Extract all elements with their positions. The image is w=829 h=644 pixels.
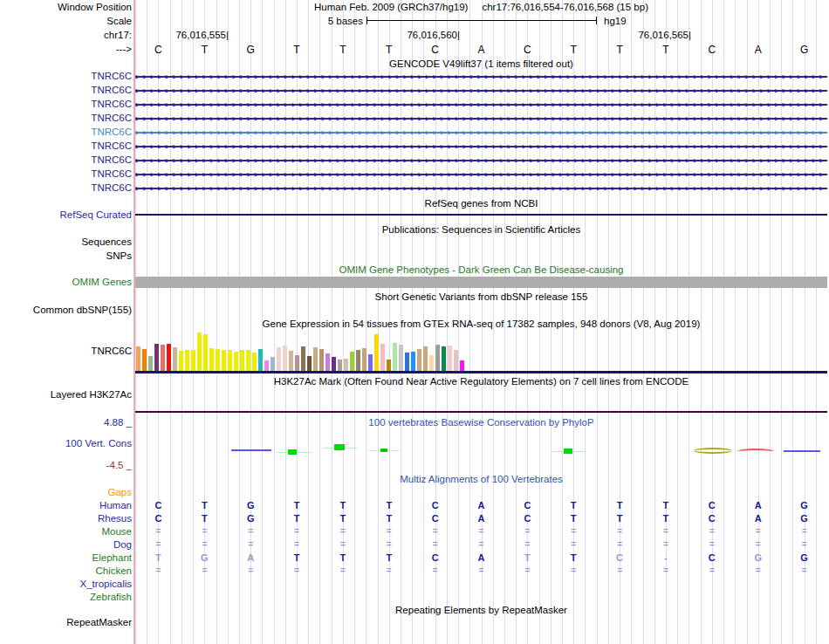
multiz-species-label-dog[interactable]: Dog <box>113 539 132 550</box>
alignment-base: C <box>524 500 531 510</box>
gtex-gene-label[interactable]: TNRC6C <box>91 346 132 356</box>
strand-arrowheads: >>>>>>>>>>>>>>>>>>>>>>>>>>>>>>>>>>>>>>>>… <box>135 170 827 179</box>
gtex-tissue-bar[interactable] <box>380 344 385 371</box>
repeatmasker-track-label[interactable]: RepeatMasker <box>66 617 132 627</box>
multiz-species-label-mouse[interactable]: Mouse <box>101 526 132 537</box>
gtex-tissue-bar[interactable] <box>393 343 397 371</box>
gtex-tissue-bar[interactable] <box>411 352 415 371</box>
gtex-tissue-bar[interactable] <box>185 350 189 371</box>
gtex-tissue-bar[interactable] <box>423 346 428 371</box>
omim-genes-track-label[interactable]: OMIM Genes <box>72 277 132 287</box>
gtex-tissue-bar[interactable] <box>454 350 458 371</box>
gtex-tissue-bar[interactable] <box>460 360 464 371</box>
gtex-tissue-bar[interactable] <box>448 346 452 371</box>
alignment-base: A <box>247 552 254 563</box>
gencode-gene-label[interactable]: TNRC6C <box>91 71 132 81</box>
sequences-track-label[interactable]: Sequences <box>81 236 132 247</box>
gtex-tissue-bar[interactable] <box>387 360 391 371</box>
gencode-gene-line[interactable]: >>>>>>>>>>>>>>>>>>>>>>>>>>>>>>>>>>>>>>>>… <box>135 86 827 95</box>
gtex-tissue-bar[interactable] <box>203 334 208 371</box>
gtex-tissue-bar[interactable] <box>161 345 165 371</box>
gtex-tissue-bar[interactable] <box>283 346 287 371</box>
gencode-gene-label[interactable]: TNRC6C <box>91 154 132 165</box>
gtex-tissue-bar[interactable] <box>399 345 403 371</box>
gtex-tissue-bar[interactable] <box>179 351 183 371</box>
multiz-species-label-elephant[interactable]: Elephant <box>92 552 132 563</box>
gencode-gene-label[interactable]: TNRC6C <box>91 140 132 151</box>
gencode-gene-label[interactable]: TNRC6C <box>91 99 132 109</box>
gencode-gene-label[interactable]: TNRC6C <box>91 85 132 95</box>
gencode-gene-line[interactable]: >>>>>>>>>>>>>>>>>>>>>>>>>>>>>>>>>>>>>>>>… <box>135 128 827 137</box>
multiz-species-label-x_tropicalis[interactable]: X_tropicalis <box>80 579 132 589</box>
gtex-tissue-bar[interactable] <box>234 352 238 371</box>
gencode-gene-label[interactable]: TNRC6C <box>91 127 132 137</box>
multiz-species-label-chicken[interactable]: Chicken <box>95 565 132 576</box>
gtex-tissue-bar[interactable] <box>362 348 367 371</box>
gtex-tissue-bar[interactable] <box>148 356 153 371</box>
gtex-tissue-bar[interactable] <box>325 353 330 371</box>
gtex-tissue-bar[interactable] <box>228 350 232 371</box>
gencode-gene-label[interactable]: TNRC6C <box>91 168 132 179</box>
gtex-tissue-bar[interactable] <box>240 350 244 371</box>
gtex-tissue-bar[interactable] <box>435 345 440 371</box>
gtex-tissue-bar[interactable] <box>209 348 214 371</box>
gtex-tissue-bar[interactable] <box>136 346 140 371</box>
gtex-tissue-bar[interactable] <box>368 354 373 371</box>
omim-genes-bar[interactable] <box>135 277 827 288</box>
refseq-curated-track-label[interactable]: RefSeq Curated <box>60 209 132 220</box>
dbsnp-track-label[interactable]: Common dbSNP(155) <box>33 305 132 315</box>
refseq-gene-line[interactable] <box>135 214 827 216</box>
gencode-gene-line[interactable]: >>>>>>>>>>>>>>>>>>>>>>>>>>>>>>>>>>>>>>>>… <box>135 170 827 179</box>
multiz-species-label-human[interactable]: Human <box>99 500 132 510</box>
alignment-base: C <box>154 500 161 510</box>
alignment-base: A <box>478 500 485 510</box>
gtex-tissue-bar[interactable] <box>344 359 348 371</box>
gencode-gene-line[interactable]: >>>>>>>>>>>>>>>>>>>>>>>>>>>>>>>>>>>>>>>>… <box>135 142 827 151</box>
gtex-tissue-bar[interactable] <box>301 346 305 371</box>
gtex-tissue-bar[interactable] <box>338 360 342 371</box>
conservation-track-label[interactable]: 100 Vert. Cons <box>65 438 132 449</box>
gencode-gene-line[interactable]: >>>>>>>>>>>>>>>>>>>>>>>>>>>>>>>>>>>>>>>>… <box>135 184 827 193</box>
gtex-tissue-bar[interactable] <box>167 344 171 371</box>
gtex-tissue-bar[interactable] <box>429 355 434 371</box>
gtex-tissue-bar[interactable] <box>374 334 379 371</box>
gencode-gene-label[interactable]: TNRC6C <box>91 113 132 123</box>
gtex-tissue-bar[interactable] <box>277 347 281 371</box>
gtex-tissue-bar[interactable] <box>258 349 263 371</box>
gtex-tissue-bar[interactable] <box>307 356 312 371</box>
base-letter: G <box>800 44 808 56</box>
gtex-tissue-bar[interactable] <box>264 360 269 371</box>
gtex-tissue-bar[interactable] <box>417 349 421 371</box>
multiz-species-label-rhesus[interactable]: Rhesus <box>98 513 132 524</box>
gtex-tissue-bar[interactable] <box>246 350 250 371</box>
multiz-species-label-zebrafish[interactable]: Zebrafish <box>90 592 132 602</box>
gtex-tissue-bar[interactable] <box>252 353 257 371</box>
gtex-tissue-bar[interactable] <box>271 357 275 371</box>
gtex-tissue-bar[interactable] <box>332 357 336 371</box>
gtex-tissue-bar[interactable] <box>222 350 226 371</box>
gtex-tissue-bar[interactable] <box>319 349 324 371</box>
alignment-base: = <box>433 526 438 536</box>
gtex-tissue-bar[interactable] <box>173 347 177 371</box>
gtex-tissue-bar[interactable] <box>295 355 299 371</box>
gtex-tissue-bar[interactable] <box>350 352 354 371</box>
gencode-gene-label[interactable]: TNRC6C <box>91 182 132 193</box>
gtex-tissue-bar[interactable] <box>313 347 318 371</box>
gtex-tissue-bar[interactable] <box>356 350 360 371</box>
gtex-tissue-bar[interactable] <box>216 349 220 371</box>
gtex-tissue-bar[interactable] <box>405 353 409 371</box>
gencode-gene-line[interactable]: >>>>>>>>>>>>>>>>>>>>>>>>>>>>>>>>>>>>>>>>… <box>135 114 827 123</box>
gencode-gene-line[interactable]: >>>>>>>>>>>>>>>>>>>>>>>>>>>>>>>>>>>>>>>>… <box>135 100 827 109</box>
gtex-tissue-bar[interactable] <box>197 332 202 371</box>
gencode-gene-line[interactable]: >>>>>>>>>>>>>>>>>>>>>>>>>>>>>>>>>>>>>>>>… <box>135 72 827 81</box>
gtex-tissue-bar[interactable] <box>289 351 293 371</box>
gtex-tissue-bar[interactable] <box>142 349 147 371</box>
h3k27ac-track-label[interactable]: Layered H3K27Ac <box>51 389 132 400</box>
gtex-tissue-bar[interactable] <box>442 346 446 371</box>
multiz-species-label-gaps[interactable]: Gaps <box>108 487 133 497</box>
gtex-tissue-bar[interactable] <box>154 344 159 371</box>
gtex-tissue-bar[interactable] <box>191 350 195 371</box>
gencode-gene-line[interactable]: >>>>>>>>>>>>>>>>>>>>>>>>>>>>>>>>>>>>>>>>… <box>135 156 827 165</box>
alignment-base: T <box>571 552 577 563</box>
snps-track-label[interactable]: SNPs <box>106 250 132 261</box>
